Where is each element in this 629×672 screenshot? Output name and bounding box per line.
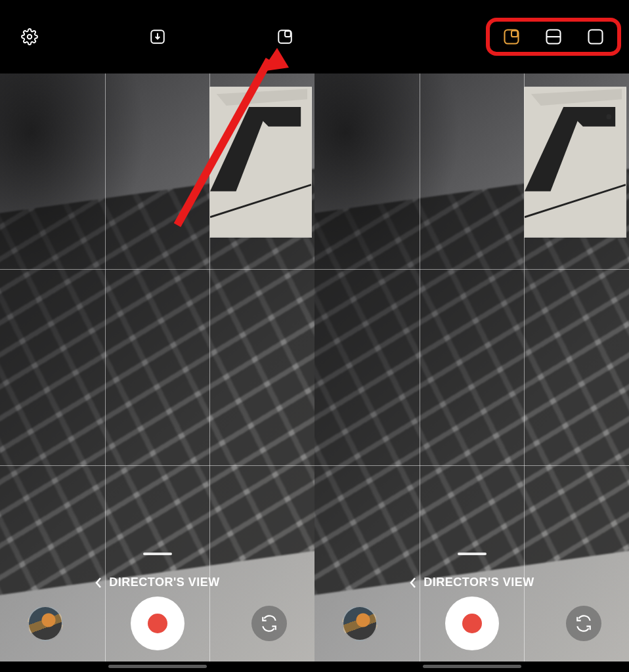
home-indicator[interactable] bbox=[423, 665, 521, 668]
layout-option-single[interactable] bbox=[586, 27, 605, 47]
record-dot-icon bbox=[148, 614, 167, 633]
mode-label: DIRECTOR'S VIEW bbox=[109, 576, 219, 589]
chevron-left-icon bbox=[409, 577, 417, 589]
layout-selector-button[interactable] bbox=[275, 27, 295, 47]
mode-label: DIRECTOR'S VIEW bbox=[423, 576, 534, 589]
top-bar bbox=[0, 0, 314, 74]
save-button[interactable] bbox=[148, 27, 167, 47]
viewfinder[interactable]: DIRECTOR'S VIEW bbox=[314, 74, 629, 662]
drawer-handle[interactable] bbox=[143, 553, 172, 555]
switch-camera-icon bbox=[575, 615, 592, 632]
layout-option-pip[interactable] bbox=[502, 27, 521, 47]
gallery-button[interactable] bbox=[28, 606, 63, 641]
pip-content bbox=[525, 87, 626, 237]
switch-camera-button[interactable] bbox=[566, 606, 601, 641]
gear-icon bbox=[21, 28, 38, 45]
record-button[interactable] bbox=[131, 597, 184, 650]
drawer-handle[interactable] bbox=[458, 553, 487, 555]
system-nav-bar bbox=[0, 662, 314, 672]
chevron-left-icon bbox=[95, 577, 102, 589]
left-screenshot: DIRECTOR'S VIEW bbox=[0, 0, 314, 672]
pip-preview[interactable] bbox=[209, 87, 312, 238]
layout-options-panel bbox=[486, 18, 621, 56]
gallery-button[interactable] bbox=[342, 606, 378, 641]
split-layout-icon bbox=[544, 28, 563, 46]
switch-camera-button[interactable] bbox=[251, 606, 287, 641]
pip-layout-icon bbox=[502, 28, 521, 46]
download-icon bbox=[149, 28, 166, 45]
switch-camera-icon bbox=[261, 615, 278, 632]
record-dot-icon bbox=[462, 614, 482, 633]
pip-content bbox=[210, 87, 311, 237]
svg-point-20 bbox=[606, 114, 611, 119]
layout-option-split[interactable] bbox=[544, 27, 563, 47]
svg-rect-15 bbox=[589, 30, 603, 44]
camera-controls bbox=[0, 591, 314, 656]
home-indicator[interactable] bbox=[108, 665, 207, 668]
mode-selector[interactable]: DIRECTOR'S VIEW bbox=[0, 576, 314, 589]
mode-selector[interactable]: DIRECTOR'S VIEW bbox=[314, 576, 629, 589]
svg-rect-12 bbox=[511, 31, 517, 37]
record-button[interactable] bbox=[445, 597, 499, 650]
svg-point-0 bbox=[28, 35, 32, 39]
right-screenshot: DIRECTOR'S VIEW bbox=[314, 0, 629, 672]
pip-preview[interactable] bbox=[524, 87, 626, 238]
pip-layout-icon bbox=[276, 28, 293, 45]
system-nav-bar bbox=[314, 662, 629, 672]
single-layout-icon bbox=[586, 28, 605, 46]
camera-controls bbox=[314, 591, 629, 656]
viewfinder[interactable]: DIRECTOR'S VIEW bbox=[0, 74, 314, 662]
top-bar bbox=[314, 0, 629, 74]
svg-rect-3 bbox=[285, 31, 291, 37]
settings-button[interactable] bbox=[20, 27, 39, 47]
